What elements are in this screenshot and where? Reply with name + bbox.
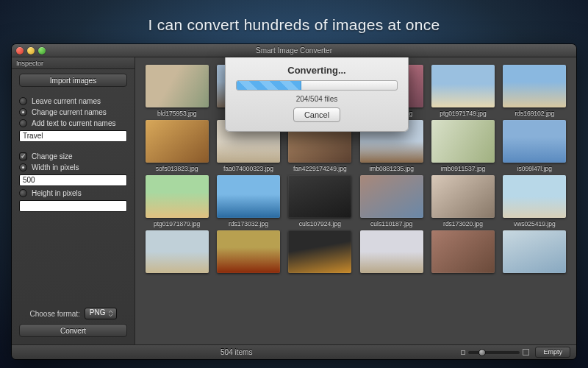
thumbnail-image[interactable]: [146, 175, 209, 218]
marketing-tagline: I can convert hundreds of images at once: [0, 16, 588, 34]
cancel-button[interactable]: Cancel: [293, 107, 340, 122]
import-images-button[interactable]: Import images: [19, 74, 127, 87]
name-text-input[interactable]: Travel: [19, 130, 127, 142]
thumbnail-cell[interactable]: rds169102.jpg: [502, 65, 567, 117]
thumbnail-image[interactable]: [503, 65, 566, 107]
thumbnail-image[interactable]: [431, 175, 495, 218]
thumbnail-filename: is099l47l.jpg: [517, 165, 552, 172]
radio-label: Height in pixels: [32, 189, 82, 197]
close-icon[interactable]: [16, 47, 24, 54]
thumbnail-cell[interactable]: imb0911537.jpg: [430, 120, 495, 172]
name-option-change[interactable]: Change current names: [19, 108, 127, 116]
radio-icon: [19, 97, 27, 105]
size-mode-width[interactable]: Width in pixels: [19, 163, 127, 171]
radio-label: Change current names: [32, 108, 107, 116]
progress-fill: [237, 81, 301, 90]
convert-button[interactable]: Convert: [19, 324, 127, 337]
thumbnail-cell[interactable]: [215, 230, 281, 275]
thumbnail-cell[interactable]: rds173020.jpg: [430, 175, 495, 227]
thumbnail-image[interactable]: [146, 65, 209, 107]
name-option-leave[interactable]: Leave current names: [19, 97, 127, 105]
zoom-small-icon: [461, 350, 465, 355]
width-input[interactable]: 500: [19, 174, 127, 186]
thumbnail-filename: culs107924.jpg: [299, 220, 341, 227]
status-bar: 504 items Empty: [12, 344, 576, 359]
thumbnail-filename: rds173020.jpg: [443, 220, 483, 227]
checkbox-icon: [19, 152, 27, 160]
change-size-checkbox[interactable]: Change size: [19, 152, 127, 160]
radio-icon: [19, 119, 27, 127]
thumbnail-cell[interactable]: bld175953.jpg: [144, 65, 209, 117]
format-label: Choose format:: [29, 310, 79, 318]
thumbnail-filename: ptg01971749.jpg: [440, 110, 486, 117]
titlebar[interactable]: Smart Image Converter: [12, 44, 576, 57]
thumbnail-image[interactable]: [146, 230, 209, 273]
traffic-lights: [16, 47, 46, 54]
thumbnail-cell[interactable]: [287, 230, 353, 275]
progress-title: Converting...: [287, 65, 345, 76]
window-title: Smart Image Converter: [12, 46, 576, 54]
thumbnail-cell[interactable]: culs110187.jpg: [359, 175, 424, 227]
thumbnail-cell[interactable]: [430, 230, 495, 275]
radio-label: Leave current names: [32, 97, 101, 105]
zoom-large-icon: [523, 349, 529, 355]
thumbnail-image[interactable]: [360, 175, 423, 218]
zoom-icon[interactable]: [38, 47, 46, 54]
thumbnail-filename: imb0881235.jpg: [369, 165, 414, 172]
thumbnail-cell[interactable]: [144, 230, 209, 275]
thumbnail-image[interactable]: [360, 230, 423, 273]
radio-label: Width in pixels: [32, 163, 79, 171]
thumbnail-cell[interactable]: is099l47l.jpg: [502, 120, 567, 172]
height-input[interactable]: [19, 200, 127, 212]
size-mode-height[interactable]: Height in pixels: [19, 189, 127, 197]
thumbnail-filename: faa074000323.jpg: [223, 165, 273, 172]
thumbnail-image[interactable]: [431, 65, 495, 107]
thumbnail-filename: fan4229174249.jpg: [293, 165, 347, 172]
radio-icon: [19, 108, 27, 116]
thumbnail-cell[interactable]: rds173032.jpg: [215, 175, 281, 227]
inspector-header: Inspector: [12, 57, 135, 69]
radio-label: Add text to current names: [32, 119, 116, 127]
zoom-knob[interactable]: [478, 349, 486, 356]
thumbnail-image[interactable]: [503, 230, 566, 273]
inspector-sidebar: Inspector Import images Leave current na…: [12, 57, 135, 344]
minimize-icon[interactable]: [27, 47, 35, 54]
thumbnail-image[interactable]: [288, 175, 351, 218]
thumbnail-filename: bld175953.jpg: [157, 110, 196, 117]
thumbnail-cell[interactable]: vws025419.jpg: [502, 175, 567, 227]
item-count: 504 items: [220, 348, 252, 356]
progress-bar: [236, 80, 398, 91]
thumbnail-cell[interactable]: [359, 230, 424, 275]
thumbnail-image[interactable]: [431, 120, 495, 163]
thumbnail-cell[interactable]: culs107924.jpg: [287, 175, 353, 227]
radio-icon: [19, 163, 27, 171]
thumbnail-image[interactable]: [431, 230, 495, 273]
zoom-slider[interactable]: [461, 349, 529, 355]
thumbnail-image[interactable]: [503, 175, 566, 218]
empty-button[interactable]: Empty: [535, 347, 570, 358]
thumbnail-filename: culs110187.jpg: [370, 220, 412, 227]
radio-icon: [19, 189, 27, 197]
name-option-addtext[interactable]: Add text to current names: [19, 119, 127, 127]
thumbnail-filename: rds173032.jpg: [229, 220, 268, 227]
zoom-track[interactable]: [468, 351, 520, 354]
thumbnail-image[interactable]: [217, 230, 280, 273]
thumbnail-filename: vws025419.jpg: [514, 220, 556, 227]
checkbox-label: Change size: [32, 152, 73, 160]
thumbnail-filename: imb0911537.jpg: [441, 165, 486, 172]
thumbnail-image[interactable]: [146, 120, 209, 163]
thumbnail-filename: rds169102.jpg: [514, 110, 554, 117]
thumbnail-cell[interactable]: ptg01971879.jpg: [144, 175, 209, 227]
thumbnail-image[interactable]: [503, 120, 566, 163]
thumbnail-image[interactable]: [217, 175, 280, 218]
thumbnail-cell[interactable]: sofs013823.jpg: [144, 120, 209, 172]
format-row: Choose format: PNG: [19, 308, 127, 319]
thumbnail-filename: ptg01971879.jpg: [154, 220, 200, 227]
thumbnail-image[interactable]: [288, 230, 351, 273]
format-select[interactable]: PNG: [85, 308, 117, 319]
progress-sheet: Converting... 204/504 files Cancel: [225, 57, 409, 132]
thumbnail-cell[interactable]: ptg01971749.jpg: [430, 65, 495, 117]
thumbnail-filename: sofs013823.jpg: [156, 165, 198, 172]
thumbnail-cell[interactable]: [502, 230, 567, 275]
progress-text: 204/504 files: [296, 95, 338, 103]
